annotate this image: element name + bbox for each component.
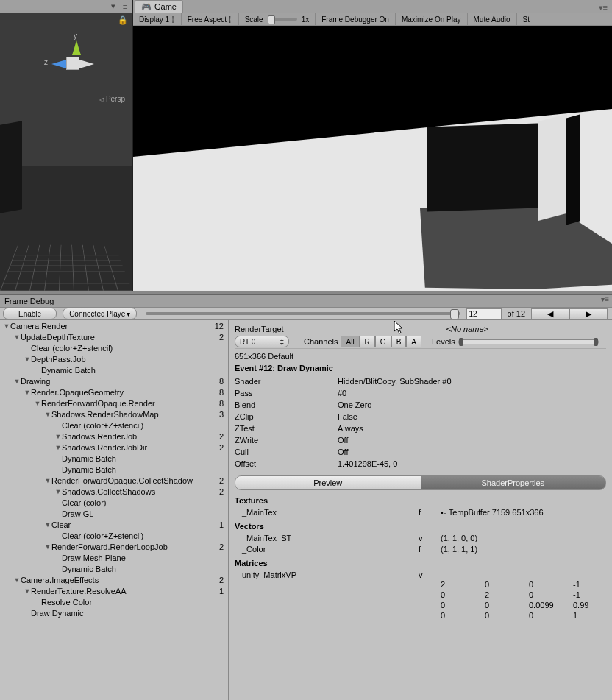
tree-row[interactable]: ▼DepthPass.Job <box>0 353 228 364</box>
matrix-name: unity_MatrixVP <box>235 570 419 579</box>
matrix-type: v <box>419 570 441 579</box>
tree-row[interactable]: ▼Shadows.CollectShadows2 <box>0 486 228 497</box>
game-tabbar: 🎮 Game ▾≡ <box>133 0 612 13</box>
tree-row[interactable]: ▼Shadows.RenderJob2 <box>0 431 228 442</box>
shaderproperties-tab[interactable]: ShaderProperties <box>421 476 606 489</box>
property-row: _MainTexf▪▫ TempBuffer 7159 651x366 <box>235 506 606 517</box>
resolution-text: 651x366 Default <box>235 352 606 361</box>
event-title: Event #12: Draw Dynamic <box>235 364 606 372</box>
tree-row[interactable]: ▼ Shadows.RenderJobDir2 <box>0 442 228 453</box>
levels-slider[interactable] <box>458 339 599 344</box>
tree-row[interactable]: ▼RenderTexture.ResolveAA1 <box>0 585 228 596</box>
channels-label: Channels <box>304 337 338 346</box>
tree-row[interactable]: Clear (color+Z+stencil) <box>0 342 228 353</box>
tree-row[interactable]: Draw GL <box>0 508 228 519</box>
detail-row: ShaderHidden/BlitCopy, SubShader #0 <box>235 375 606 387</box>
tree-row[interactable]: ▼RenderForwardOpaque.Render8 <box>0 397 228 409</box>
detail-row: ZClipFalse <box>235 411 606 423</box>
tree-row[interactable]: Clear (color+Z+stencil) <box>0 530 228 541</box>
tree-row[interactable]: ▼Shadows.RenderShadowMap3 <box>0 409 228 420</box>
tab-game-label: Game <box>154 2 177 11</box>
enable-button[interactable]: Enable <box>3 308 57 319</box>
matrices-header: Matrices <box>235 559 606 568</box>
target-select[interactable]: Connected Playe▾ <box>63 308 137 319</box>
detail-row: BlendOne Zero <box>235 399 606 411</box>
axis-y-label: y <box>74 32 77 40</box>
tree-row[interactable]: ▼UpdateDepthTexture2 <box>0 331 228 342</box>
aspect-select[interactable]: Free Aspect ‡ <box>182 13 239 25</box>
render-target-label: RenderTarget <box>235 325 284 333</box>
levels-label: Levels <box>432 337 455 346</box>
tree-row[interactable]: ▼RenderForward.RenderLoopJob2 <box>0 541 228 552</box>
axis-z-label: z <box>44 58 48 66</box>
render-target-value: <No name> <box>446 325 488 333</box>
tree-row[interactable]: Dynamic Batch <box>0 453 228 464</box>
display-select[interactable]: Display 1 ‡ <box>133 13 182 25</box>
tree-row[interactable]: ▼RenderForwardOpaque.CollectShadow2 <box>0 475 228 486</box>
scene-menu-icon[interactable]: ≡ <box>121 2 129 11</box>
tree-row[interactable]: Draw Dynamic <box>0 607 228 618</box>
tree-row[interactable]: Clear (color+Z+stencil) <box>0 420 228 431</box>
property-row: _Colorf(1, 1, 1, 1) <box>235 543 606 554</box>
tree-row[interactable]: Draw Mesh Plane <box>0 552 228 563</box>
orientation-gizmo[interactable]: y z <box>44 35 103 93</box>
preview-tab[interactable]: Preview <box>235 476 421 489</box>
event-index-input[interactable] <box>466 308 502 319</box>
property-row: _MainTex_STv(1, 1, 0, 0) <box>235 532 606 543</box>
scene-panel: ▾ ≡ y z 🔒 ◁ Persp <box>0 0 133 291</box>
panel-menu-icon[interactable]: ▾≡ <box>594 3 612 13</box>
game-toolbar: Display 1 ‡ Free Aspect ‡ Scale 1x Frame… <box>133 13 612 26</box>
rt-select[interactable]: RT 0 ‡ <box>235 336 289 347</box>
tree-row[interactable]: Resolve Color <box>0 596 228 607</box>
channel-g[interactable]: G <box>375 336 391 347</box>
detail-row: ZWriteOff <box>235 434 606 446</box>
tree-row[interactable]: ▼Camera.ImageEffects2 <box>0 574 228 585</box>
channel-b[interactable]: B <box>391 336 407 347</box>
tree-row[interactable]: Clear (color) <box>0 497 228 508</box>
drawcall-tree[interactable]: ▼Camera.Render12▼UpdateDepthTexture2Clea… <box>0 320 229 700</box>
panel-menu-icon[interactable]: ▾≡ <box>601 295 609 303</box>
drawcall-detail: RenderTarget <No name> RT 0 ‡ Channels A… <box>229 320 612 700</box>
tab-game[interactable]: 🎮 Game <box>135 0 183 13</box>
textures-header: Textures <box>235 496 606 505</box>
detail-row: ZTestAlways <box>235 423 606 434</box>
tree-row[interactable]: Dynamic Batch <box>0 464 228 475</box>
stats-toggle[interactable]: St <box>517 13 536 25</box>
event-total: of 12 <box>502 309 531 318</box>
maximize-toggle[interactable]: Maximize On Play <box>396 13 468 25</box>
tree-row[interactable]: ▼Camera.Render12 <box>0 320 228 331</box>
game-panel: 🎮 Game ▾≡ Display 1 ‡ Free Aspect ‡ Scal… <box>133 0 612 291</box>
channel-a[interactable]: A <box>406 336 421 347</box>
tree-row[interactable]: ▼Clear1 <box>0 519 228 530</box>
detail-row: Pass#0 <box>235 387 606 399</box>
channel-all[interactable]: All <box>341 336 359 347</box>
detail-row: CullOff <box>235 446 606 458</box>
tree-row[interactable]: Dynamic Batch <box>0 364 228 375</box>
event-slider[interactable] <box>146 312 460 315</box>
matrix-values: 200-1020-1000.00990.990001 <box>441 580 606 621</box>
frame-debug-title: Frame Debug <box>4 297 54 305</box>
scene-dropdown-icon[interactable]: ▾ <box>109 2 118 11</box>
frame-debugger-toggle[interactable]: Frame Debugger On <box>316 13 396 25</box>
game-icon: 🎮 <box>141 2 152 12</box>
tree-row[interactable]: Dynamic Batch <box>0 563 228 574</box>
tree-row[interactable]: ▼Render.OpaqueGeometry8 <box>0 386 228 397</box>
prev-event-button[interactable]: ◀ <box>531 308 569 319</box>
projection-label[interactable]: ◁ Persp <box>99 95 125 103</box>
lock-icon[interactable]: 🔒 <box>118 15 128 25</box>
vectors-header: Vectors <box>235 522 606 531</box>
scale-slider[interactable]: Scale 1x <box>239 13 316 25</box>
scene-view[interactable]: y z 🔒 ◁ Persp <box>0 13 132 291</box>
detail-row: Offset1.401298E-45, 0 <box>235 458 606 470</box>
next-event-button[interactable]: ▶ <box>569 308 608 319</box>
tree-row[interactable]: ▼Drawing8 <box>0 375 228 386</box>
mute-toggle[interactable]: Mute Audio <box>468 13 517 25</box>
frame-debug-panel: Frame Debug ▾≡ Enable Connected Playe▾ o… <box>0 295 612 700</box>
channel-r[interactable]: R <box>360 336 375 347</box>
game-view[interactable] <box>133 26 612 291</box>
